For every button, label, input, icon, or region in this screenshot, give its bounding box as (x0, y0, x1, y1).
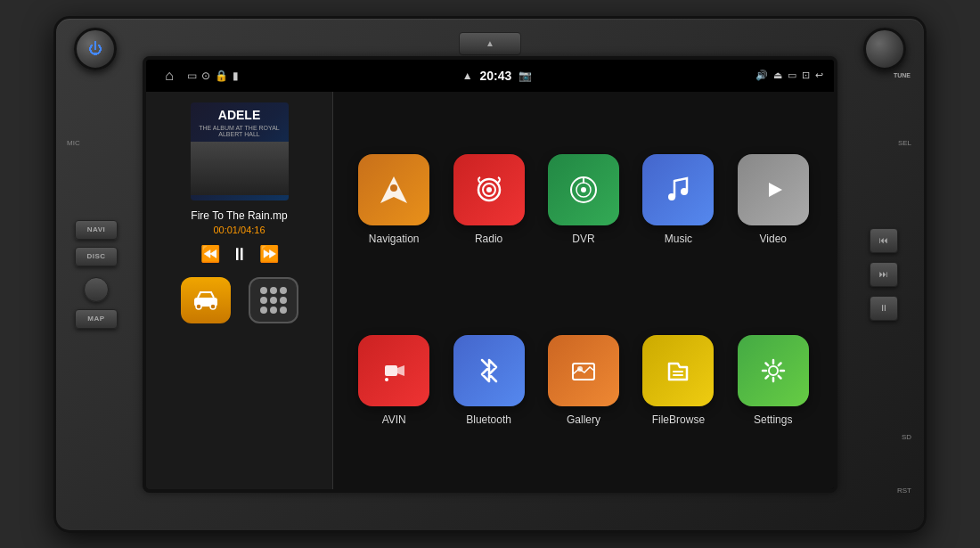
eject-icon: ▲ (486, 38, 494, 48)
album-image (191, 142, 289, 195)
home-button[interactable]: ⌂ (157, 63, 182, 88)
app-video[interactable]: Video (726, 110, 821, 290)
wifi-icon: ▲ (462, 70, 473, 82)
dvr-icon (548, 154, 619, 225)
status-icons: ▭ ⊙ 🔒 ▮ (187, 70, 239, 82)
svg-rect-14 (385, 365, 397, 376)
bluetooth-label: Bluetooth (466, 413, 511, 426)
navigation-icon (358, 154, 429, 225)
fast-forward-button[interactable]: ⏩ (259, 244, 279, 264)
avin-label: AVIN (382, 413, 406, 426)
svg-point-12 (681, 188, 688, 195)
artist-name: ADELE (218, 108, 260, 122)
avin-icon (358, 335, 429, 406)
navigation-label: Navigation (369, 233, 420, 245)
right-side-buttons: ⏮ ⏭ ⏸ (853, 19, 915, 530)
screenshot-icon: ▭ (187, 70, 197, 82)
apps-grid-button[interactable] (249, 277, 298, 323)
video-icon (738, 154, 809, 225)
radio-icon (453, 154, 525, 225)
left-side-buttons: NAVI DISC MAP (65, 19, 127, 530)
video-label: Video (760, 233, 787, 245)
filebrowse-label: FileBrowse (652, 413, 705, 426)
navi-button[interactable]: NAVI (75, 220, 118, 240)
app-grid: NavigationRadioDVRMusicVideoAVINBluetoot… (333, 92, 834, 489)
svg-point-1 (196, 304, 201, 309)
gallery-label: Gallery (567, 413, 600, 426)
head-unit: ⏻ TUNE ▲ MIC NAVI DISC MAP SEL SD RST ⏮ … (53, 16, 927, 533)
status-bar: ⌂ ▭ ⊙ 🔒 ▮ ▲ 20:43 📷 🔊 ⏏ ▭ ⊡ ↩ (146, 60, 834, 92)
album-subtitle: THE ALBUM AT THE ROYAL ALBERT HALL (191, 125, 289, 137)
music-label: Music (665, 233, 692, 245)
app-settings[interactable]: Settings (726, 290, 821, 471)
music-icon (642, 154, 714, 225)
record-icon: ⊙ (201, 70, 210, 82)
settings-icon (738, 335, 809, 406)
app-music[interactable]: Music (631, 110, 725, 290)
player-controls: ⏪ ⏸ ⏩ (200, 244, 279, 265)
svg-point-6 (486, 187, 492, 192)
app-radio[interactable]: Radio (441, 110, 535, 290)
status-center: ▲ 20:43 📷 (462, 69, 533, 83)
play-pause-button[interactable]: ⏸ (231, 244, 249, 265)
monitor-icon: ▭ (788, 70, 796, 81)
song-title: Fire To The Rain.mp (155, 209, 323, 222)
time-display: 20:43 (480, 69, 512, 83)
svg-point-20 (769, 366, 778, 375)
app-dvr[interactable]: DVR (536, 110, 631, 290)
status-left: ⌂ ▭ ⊙ 🔒 ▮ (157, 63, 239, 88)
svg-point-3 (390, 184, 397, 192)
lock-icon: 🔒 (215, 70, 228, 82)
status-right-icons: 🔊 ⏏ ▭ ⊡ ↩ (755, 70, 823, 81)
album-art: ADELE THE ALBUM AT THE ROYAL ALBERT HALL (191, 102, 289, 200)
settings-label: Settings (754, 413, 792, 426)
screen: ⌂ ▭ ⊙ 🔒 ▮ ▲ 20:43 📷 🔊 ⏏ ▭ ⊡ ↩ (143, 56, 837, 493)
vol-icon: 🔊 (755, 70, 768, 81)
song-time: 00:01/04:16 (213, 225, 265, 235)
dvr-label: DVR (572, 233, 594, 245)
dots-grid (260, 287, 287, 314)
rewind-button[interactable]: ⏪ (200, 244, 220, 264)
app-bluetooth[interactable]: Bluetooth (441, 290, 535, 471)
prev-track-button[interactable]: ⏮ (870, 228, 898, 253)
app-filebrowse[interactable]: FileBrowse (631, 290, 725, 471)
disc-button[interactable]: DISC (75, 247, 118, 266)
map-button[interactable]: MAP (75, 309, 118, 329)
car-mode-button[interactable] (181, 277, 231, 323)
battery-icon: ▮ (233, 70, 239, 82)
eject-status-icon: ⏏ (773, 70, 782, 81)
next-track-button[interactable]: ⏭ (870, 262, 898, 287)
svg-marker-13 (769, 183, 782, 197)
gallery-icon (548, 335, 619, 406)
cam-icon: 📷 (519, 70, 532, 82)
svg-point-9 (581, 187, 586, 192)
svg-point-11 (668, 193, 675, 200)
eject-button[interactable]: ▲ (459, 32, 521, 55)
svg-point-15 (385, 378, 388, 381)
cast-icon: ⊡ (802, 70, 810, 81)
music-panel: ADELE THE ALBUM AT THE ROYAL ALBERT HALL… (146, 92, 333, 489)
radio-label: Radio (475, 233, 502, 245)
bluetooth-icon (453, 335, 525, 406)
bottom-icons (181, 277, 298, 323)
app-gallery[interactable]: Gallery (536, 290, 631, 471)
car-icon (191, 290, 221, 310)
filebrowse-icon (642, 335, 714, 406)
app-navigation[interactable]: Navigation (347, 110, 441, 290)
main-content: ADELE THE ALBUM AT THE ROYAL ALBERT HALL… (146, 92, 834, 489)
app-avin[interactable]: AVIN (347, 290, 441, 471)
play-pause-right-button[interactable]: ⏸ (870, 296, 898, 321)
back-icon: ↩ (815, 70, 823, 81)
svg-point-2 (210, 304, 216, 309)
svg-point-17 (577, 366, 583, 372)
extra-left-button[interactable] (84, 277, 109, 302)
